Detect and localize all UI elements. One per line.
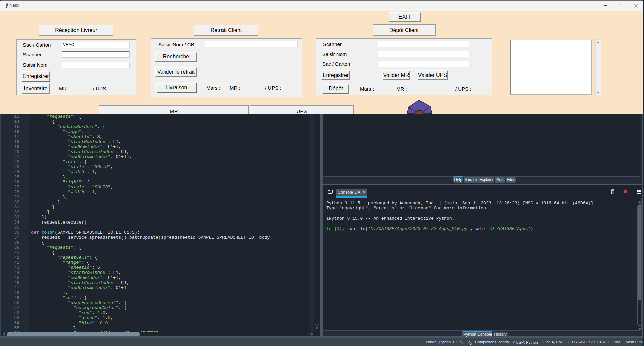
svg-text:Cl: Cl (416, 104, 421, 109)
